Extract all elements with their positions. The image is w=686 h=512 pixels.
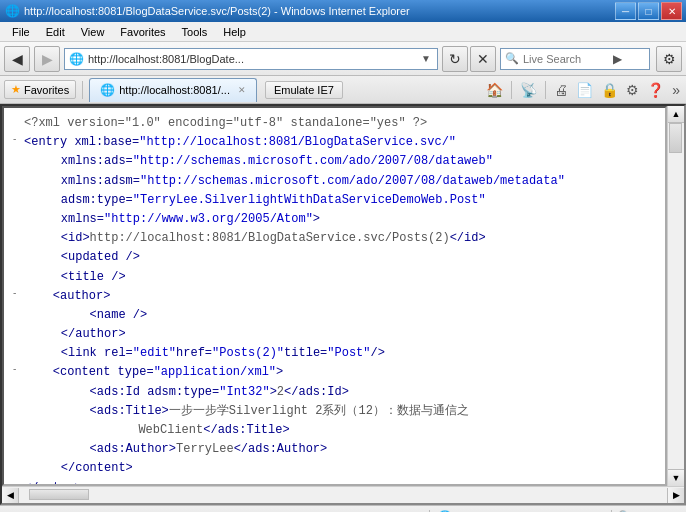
xml-link-close: />	[371, 344, 385, 363]
xml-entry-line: - <entry xml:base="http://localhost:8081…	[12, 133, 661, 152]
browser-icon: 🌐	[4, 3, 20, 19]
close-button[interactable]: ✕	[661, 2, 682, 20]
tools-button[interactable]: ⚙	[656, 46, 682, 72]
window-title: http://localhost:8081/BlogDataService.sv…	[24, 5, 615, 17]
xml-ads-title-tag: <ads:Title>	[32, 402, 169, 421]
scroll-up-button[interactable]: ▲	[668, 106, 684, 123]
xml-name-tag: <name />	[32, 306, 147, 325]
xml-ads-id-close: </ads:Id>	[284, 383, 349, 402]
rss-icon[interactable]: 📡	[518, 80, 539, 100]
xml-ads-id: <ads:Id adsm:type=	[32, 383, 219, 402]
separator-2	[511, 81, 512, 99]
search-go-icon[interactable]: ▶	[613, 52, 622, 66]
xml-content-tag: <content type=	[24, 363, 154, 382]
vertical-scrollbar[interactable]: ▲ ▼	[667, 106, 684, 486]
minimize-button[interactable]: ─	[615, 2, 636, 20]
menu-view[interactable]: View	[73, 24, 113, 40]
xml-ads-author-close: </ads:Author>	[234, 440, 328, 459]
scroll-track[interactable]	[668, 123, 684, 469]
xml-base-attr-val: "http://localhost:8081/BlogDataService.s…	[139, 133, 456, 152]
menu-help[interactable]: Help	[215, 24, 254, 40]
xml-ads-id-line: <ads:Id adsm:type="Int32">2</ads:Id>	[12, 383, 661, 402]
stop-button[interactable]: ✕	[470, 46, 496, 72]
xml-name-line: <name />	[12, 306, 661, 325]
xml-ns-adsm-val: "http://schemas.microsoft.com/ado/2007/0…	[140, 172, 565, 191]
xml-link-line: <link rel="edit" href="Posts(2)" title="…	[12, 344, 661, 363]
forward-button[interactable]: ▶	[34, 46, 60, 72]
xml-link-title-val: "Post"	[327, 344, 370, 363]
search-input[interactable]	[523, 53, 613, 65]
xml-author-close: </author>	[32, 325, 126, 344]
scroll-right-button[interactable]: ▶	[667, 488, 684, 503]
tab-close-icon[interactable]: ✕	[238, 85, 246, 95]
back-button[interactable]: ◀	[4, 46, 30, 72]
menu-favorites[interactable]: Favorites	[112, 24, 173, 40]
xml-ads-author-line: <ads:Author>TerryLee</ads:Author>	[12, 440, 661, 459]
xml-ns-ads-val: "http://schemas.microsoft.com/ado/2007/0…	[133, 152, 493, 171]
xml-id-val: http://localhost:8081/BlogDataService.sv…	[90, 229, 450, 248]
xml-ads-id-gt: >	[270, 383, 277, 402]
xml-content-close: </content>	[32, 459, 133, 478]
author-expand-icon[interactable]: -	[12, 287, 22, 301]
entry-expand-icon[interactable]: -	[12, 133, 22, 147]
scroll-down-button[interactable]: ▼	[668, 469, 684, 486]
print-icon[interactable]: 🖨	[552, 80, 570, 100]
separator-1	[82, 81, 83, 99]
xml-ads-author-val: TerryLee	[176, 440, 234, 459]
xml-content-close-line: </content>	[12, 459, 661, 478]
xml-updated-line: <updated />	[12, 248, 661, 267]
menu-tools[interactable]: Tools	[174, 24, 216, 40]
xml-entry-tag: <entry xml:base=	[24, 133, 139, 152]
home-icon[interactable]: 🏠	[484, 80, 505, 100]
expand-placeholder	[12, 114, 22, 128]
tools-gear-icon[interactable]: ⚙	[624, 80, 641, 100]
current-tab[interactable]: 🌐 http://localhost:8081/... ✕	[89, 78, 257, 102]
refresh-button[interactable]: ↻	[442, 46, 468, 72]
xml-content: <?xml version="1.0" encoding="utf-8" sta…	[2, 106, 667, 486]
more-icon[interactable]: »	[670, 80, 682, 100]
browser-window: 🌐 http://localhost:8081/BlogDataService.…	[0, 0, 686, 512]
xml-ads-title-chinese: 一步一步学Silverlight 2系列（12）：数据与通信之	[169, 402, 469, 421]
xml-link-tag: <link rel=	[32, 344, 133, 363]
address-globe-icon: 🌐	[69, 52, 84, 66]
xml-ads-title-close: </ads:Title>	[203, 421, 289, 440]
nav-bar: ◀ ▶ 🌐 ▼ ↻ ✕ 🔍 ▶ ⚙	[0, 42, 686, 76]
xml-ads-id-val: 2	[277, 383, 284, 402]
horizontal-scrollbar[interactable]: ◀ ▶	[2, 486, 684, 503]
window-controls: ─ □ ✕	[615, 2, 682, 20]
help-icon[interactable]: ❓	[645, 80, 666, 100]
maximize-button[interactable]: □	[638, 2, 659, 20]
scroll-left-button[interactable]: ◀	[2, 488, 19, 503]
menu-edit[interactable]: Edit	[38, 24, 73, 40]
xml-author-close-line: </author>	[12, 325, 661, 344]
xml-id-close: </id>	[450, 229, 486, 248]
address-bar: 🌐 ▼	[64, 48, 438, 70]
menu-file[interactable]: File	[4, 24, 38, 40]
emulate-ie7-button[interactable]: Emulate IE7	[265, 81, 343, 99]
xml-id-line: <id>http://localhost:8081/BlogDataServic…	[12, 229, 661, 248]
content-expand-icon[interactable]: -	[12, 363, 22, 377]
xml-adsm-type-val: "TerryLee.SilverlightWithDataServiceDemo…	[133, 191, 486, 210]
h-scroll-track[interactable]	[19, 488, 667, 503]
separator-3	[545, 81, 546, 99]
favorites-button[interactable]: ★ Favorites	[4, 80, 76, 99]
xml-link-title: title=	[284, 344, 327, 363]
xml-ads-title-line: <ads:Title>一步一步学Silverlight 2系列（12）：数据与通…	[12, 402, 661, 421]
address-input[interactable]	[88, 53, 419, 65]
page-icon[interactable]: 📄	[574, 80, 595, 100]
address-dropdown-icon[interactable]: ▼	[419, 51, 433, 66]
search-bar: 🔍 ▶	[500, 48, 650, 70]
xml-ads-author-tag: <ads:Author>	[32, 440, 176, 459]
scroll-thumb[interactable]	[669, 123, 682, 153]
live-search-logo: 🔍	[505, 52, 519, 65]
tab-globe-icon: 🌐	[100, 83, 115, 97]
xml-ns-atom-val: "http://www.w3.org/2005/Atom"	[104, 210, 313, 229]
xml-adsm-type: adsm:type=	[32, 191, 133, 210]
xml-content-open-line: - <content type="application/xml">	[12, 363, 661, 382]
xml-author-open-line: - <author>	[12, 287, 661, 306]
h-scroll-thumb[interactable]	[29, 489, 89, 500]
safety-icon[interactable]: 🔒	[599, 80, 620, 100]
title-bar: 🌐 http://localhost:8081/BlogDataService.…	[0, 0, 686, 22]
xml-webclient: WebClient	[52, 421, 203, 440]
xml-content-gt: >	[276, 363, 283, 382]
